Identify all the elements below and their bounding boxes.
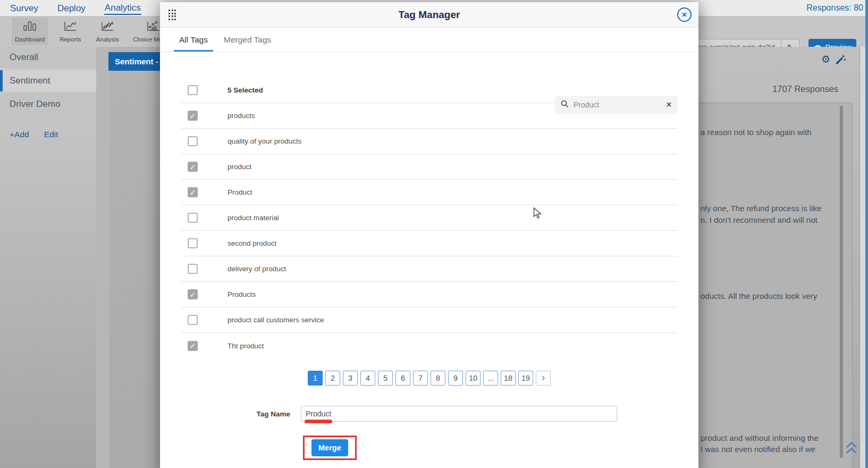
sidebar-item-sentiment[interactable]: Sentiment (0, 70, 96, 91)
tag-label: second product (227, 239, 276, 247)
tag-checkbox[interactable] (188, 315, 198, 325)
page-button[interactable]: 7 (413, 371, 428, 386)
next-page-button[interactable]: › (536, 371, 551, 386)
page-button[interactable]: 1 (308, 371, 323, 386)
panel-divider (859, 47, 860, 468)
tag-label: product (227, 163, 251, 171)
tag-name-row: Tag Name (181, 406, 677, 422)
merge-button[interactable]: Merge (311, 439, 348, 456)
tag-label: product call customers service (227, 316, 324, 324)
nav-item[interactable]: Survey (10, 2, 39, 14)
modal-title: Tag Manager (160, 2, 698, 28)
tile-dashboard[interactable]: Dashboard (12, 18, 48, 45)
page-button[interactable]: 18 (501, 371, 516, 386)
select-all-checkbox[interactable] (188, 85, 198, 95)
tag-row: product call customers service (181, 307, 677, 333)
tile-label: Dashboard (15, 36, 45, 43)
tab-all-tags[interactable]: All Tags (174, 28, 213, 52)
search-icon (561, 100, 569, 110)
tag-label: quality of your products (227, 137, 302, 145)
magic-wand-icon[interactable] (835, 54, 846, 67)
nav-items: Survey Deploy Analytics Acti (10, 0, 175, 16)
page-button[interactable]: 10 (466, 371, 481, 386)
tag-label: product material (227, 214, 279, 222)
responses-count-label: 1707 Responses (772, 84, 838, 94)
tag-label: products (227, 112, 255, 120)
tab-merged-tags[interactable]: Merged Tags (218, 28, 276, 52)
modal-tabs: All Tags Merged Tags (160, 28, 698, 52)
page-buttons: 1 2 3 4 5 6 7 8 9 10 (308, 371, 533, 386)
tag-row: delivery of product (181, 256, 677, 282)
line-chart-icon (63, 20, 77, 34)
tile-label: Reports (60, 36, 81, 43)
tag-checkbox[interactable] (188, 341, 198, 351)
clear-search-icon[interactable]: × (667, 101, 671, 109)
sidebar-item-driver-demo[interactable]: Driver Demo (0, 94, 96, 115)
tag-search-input[interactable] (574, 101, 662, 109)
tag-name-label: Tag Name (181, 410, 301, 418)
tag-row: Tht product (181, 333, 677, 358)
page-button[interactable]: 9 (448, 371, 463, 386)
red-box-annotation: Merge (303, 436, 357, 460)
page-button[interactable]: 6 (395, 371, 410, 386)
drag-handle-icon[interactable] (168, 10, 176, 20)
tag-checkbox[interactable] (188, 187, 198, 197)
response-snippet: I was not even notified also if we (701, 445, 837, 454)
tile-analysis[interactable]: Analysis (92, 18, 122, 45)
tag-rows: products quality of your products produc… (181, 103, 677, 358)
tag-row: Products (181, 282, 677, 307)
tag-checkbox[interactable] (188, 162, 198, 172)
tag-checkbox[interactable] (188, 136, 198, 146)
tag-label: delivery of product (227, 265, 286, 273)
page-button[interactable]: 3 (343, 371, 358, 386)
tag-checkbox[interactable] (188, 264, 198, 274)
card-scrollbar[interactable] (840, 106, 843, 458)
tag-checkbox[interactable] (188, 289, 198, 299)
gear-icon[interactable]: ⚙ (821, 53, 830, 65)
nav-item[interactable]: Analytics (104, 1, 141, 15)
content-gutter (96, 47, 109, 468)
close-icon[interactable]: × (677, 7, 692, 22)
response-snippet: nly one, The refund process is like (701, 204, 837, 213)
response-snippet: n. I don't recommend and will not (701, 215, 837, 224)
window-edge (865, 0, 868, 468)
tag-name-input[interactable] (301, 406, 617, 422)
tag-row: quality of your products (181, 129, 677, 154)
tag-checkbox[interactable] (188, 213, 198, 223)
mouse-cursor (533, 207, 544, 221)
chevron-right-icon: › (542, 371, 545, 383)
scroll-to-top-icon[interactable] (845, 441, 858, 457)
page-edge (860, 47, 865, 468)
tile-label: Analysis (96, 36, 119, 43)
tag-row: product (181, 154, 677, 180)
modal-body: × 5 Selected products quality of your pr… (160, 52, 698, 460)
page-button[interactable]: 2 (325, 371, 340, 386)
tag-row: product material (181, 205, 677, 231)
tile-reports[interactable]: Reports (55, 18, 85, 45)
sidebar-item-overall[interactable]: Overall (0, 47, 96, 68)
add-dashboard-link[interactable]: +Add (10, 130, 29, 139)
edit-dashboard-link[interactable]: Edit (44, 130, 58, 139)
tag-checkbox[interactable] (188, 111, 198, 121)
page-button[interactable]: 8 (431, 371, 445, 386)
nav-item[interactable]: Deploy (57, 2, 86, 14)
response-snippet: product and without informing the (701, 433, 837, 442)
response-snippet: oducts. All the products look very (701, 291, 837, 300)
page-button[interactable]: ... (483, 371, 498, 386)
tag-checkbox[interactable] (188, 238, 198, 248)
tag-row: Product (181, 180, 677, 205)
toolbar-tiles: Dashboard Reports Analysis Choice Modell… (12, 18, 176, 45)
tag-name-wrap (301, 406, 617, 422)
responses-card (691, 103, 853, 468)
tag-manager-modal: Tag Manager × All Tags Merged Tags × 5 S… (160, 2, 698, 468)
sentiment-section-header: Sentiment - (108, 52, 166, 71)
response-snippet: a reason not to shop again with (701, 128, 837, 137)
red-underline-annotation (305, 420, 332, 423)
tag-label: Product (227, 188, 252, 196)
tag-label: Tht product (227, 342, 264, 350)
page-button[interactable]: 19 (518, 371, 533, 386)
multi-line-chart-icon (100, 20, 114, 34)
page-button[interactable]: 4 (360, 371, 375, 386)
responses-count-badge: Responses: 80 (806, 3, 863, 13)
page-button[interactable]: 5 (378, 371, 393, 386)
